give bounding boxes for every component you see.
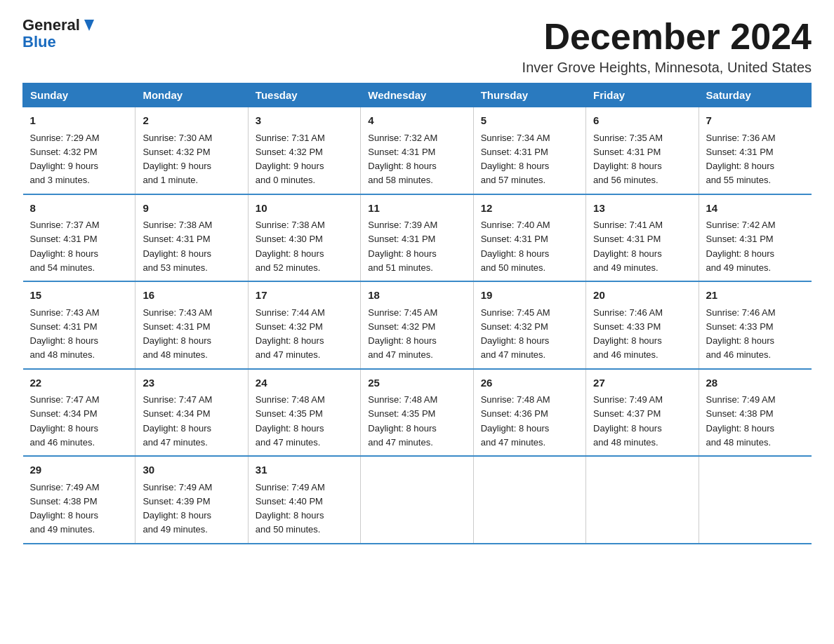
day-number: 19 bbox=[481, 288, 578, 304]
day-number: 10 bbox=[256, 201, 353, 217]
calendar-week-row: 22 Sunrise: 7:47 AMSunset: 4:34 PMDaylig… bbox=[23, 369, 812, 457]
calendar-cell: 12 Sunrise: 7:40 AMSunset: 4:31 PMDaylig… bbox=[473, 194, 585, 282]
calendar-cell: 13 Sunrise: 7:41 AMSunset: 4:31 PMDaylig… bbox=[586, 194, 699, 282]
logo-blue-text: Blue bbox=[22, 34, 56, 51]
day-number: 9 bbox=[143, 201, 240, 217]
day-info: Sunrise: 7:41 AMSunset: 4:31 PMDaylight:… bbox=[593, 220, 663, 273]
day-number: 25 bbox=[368, 375, 465, 391]
day-info: Sunrise: 7:48 AMSunset: 4:35 PMDaylight:… bbox=[256, 394, 325, 448]
day-number: 7 bbox=[706, 113, 805, 129]
calendar-cell: 9 Sunrise: 7:38 AMSunset: 4:31 PMDayligh… bbox=[135, 194, 248, 282]
day-number: 31 bbox=[256, 462, 353, 478]
day-info: Sunrise: 7:42 AMSunset: 4:31 PMDaylight:… bbox=[706, 220, 776, 273]
calendar-cell: 14 Sunrise: 7:42 AMSunset: 4:31 PMDaylig… bbox=[699, 194, 811, 282]
day-info: Sunrise: 7:36 AMSunset: 4:31 PMDaylight:… bbox=[706, 133, 776, 186]
calendar-cell: 22 Sunrise: 7:47 AMSunset: 4:34 PMDaylig… bbox=[23, 369, 135, 457]
day-info: Sunrise: 7:30 AMSunset: 4:32 PMDaylight:… bbox=[143, 133, 212, 186]
day-info: Sunrise: 7:44 AMSunset: 4:32 PMDaylight:… bbox=[256, 307, 325, 361]
day-number: 28 bbox=[706, 375, 805, 391]
day-info: Sunrise: 7:43 AMSunset: 4:31 PMDaylight:… bbox=[143, 307, 212, 361]
day-info: Sunrise: 7:43 AMSunset: 4:31 PMDaylight:… bbox=[30, 307, 100, 361]
day-number: 3 bbox=[256, 113, 353, 129]
day-number: 22 bbox=[30, 375, 128, 391]
day-number: 12 bbox=[481, 201, 578, 217]
calendar-cell: 27 Sunrise: 7:49 AMSunset: 4:37 PMDaylig… bbox=[586, 369, 699, 457]
header-sunday: Sunday bbox=[23, 83, 135, 107]
day-info: Sunrise: 7:35 AMSunset: 4:31 PMDaylight:… bbox=[593, 133, 663, 186]
day-number: 11 bbox=[368, 201, 465, 217]
calendar-cell: 31 Sunrise: 7:49 AMSunset: 4:40 PMDaylig… bbox=[248, 456, 360, 544]
day-number: 29 bbox=[30, 462, 128, 478]
day-info: Sunrise: 7:37 AMSunset: 4:31 PMDaylight:… bbox=[30, 220, 100, 273]
calendar-header: Sunday Monday Tuesday Wednesday Thursday… bbox=[23, 83, 812, 107]
day-info: Sunrise: 7:34 AMSunset: 4:31 PMDaylight:… bbox=[481, 133, 550, 186]
day-info: Sunrise: 7:39 AMSunset: 4:31 PMDaylight:… bbox=[368, 220, 437, 273]
day-info: Sunrise: 7:49 AMSunset: 4:37 PMDaylight:… bbox=[593, 394, 663, 448]
day-info: Sunrise: 7:49 AMSunset: 4:40 PMDaylight:… bbox=[256, 482, 325, 535]
day-info: Sunrise: 7:49 AMSunset: 4:39 PMDaylight:… bbox=[143, 482, 212, 535]
header-wednesday: Wednesday bbox=[361, 83, 473, 107]
day-info: Sunrise: 7:45 AMSunset: 4:32 PMDaylight:… bbox=[481, 307, 550, 361]
calendar-cell: 7 Sunrise: 7:36 AMSunset: 4:31 PMDayligh… bbox=[699, 107, 811, 194]
day-number: 21 bbox=[706, 288, 805, 304]
day-number: 1 bbox=[30, 113, 128, 129]
calendar-cell: 18 Sunrise: 7:45 AMSunset: 4:32 PMDaylig… bbox=[361, 281, 473, 369]
calendar-cell: 29 Sunrise: 7:49 AMSunset: 4:38 PMDaylig… bbox=[23, 456, 135, 544]
month-title: December 2024 bbox=[522, 17, 812, 57]
header-monday: Monday bbox=[135, 83, 248, 107]
header-saturday: Saturday bbox=[699, 83, 811, 107]
calendar-cell: 19 Sunrise: 7:45 AMSunset: 4:32 PMDaylig… bbox=[473, 281, 585, 369]
calendar-cell: 23 Sunrise: 7:47 AMSunset: 4:34 PMDaylig… bbox=[135, 369, 248, 457]
day-number: 18 bbox=[368, 288, 465, 304]
calendar-cell: 26 Sunrise: 7:48 AMSunset: 4:36 PMDaylig… bbox=[473, 369, 585, 457]
calendar-cell: 8 Sunrise: 7:37 AMSunset: 4:31 PMDayligh… bbox=[23, 194, 135, 282]
logo-arrow-icon bbox=[81, 17, 97, 32]
day-number: 16 bbox=[143, 288, 240, 304]
day-info: Sunrise: 7:47 AMSunset: 4:34 PMDaylight:… bbox=[143, 394, 212, 448]
day-number: 6 bbox=[593, 113, 691, 129]
calendar-cell: 21 Sunrise: 7:46 AMSunset: 4:33 PMDaylig… bbox=[699, 281, 811, 369]
day-number: 14 bbox=[706, 201, 805, 217]
page-header: General Blue December 2024 Inver Grove H… bbox=[22, 17, 812, 76]
calendar-cell: 17 Sunrise: 7:44 AMSunset: 4:32 PMDaylig… bbox=[248, 281, 360, 369]
calendar-body: 1 Sunrise: 7:29 AMSunset: 4:32 PMDayligh… bbox=[23, 107, 812, 544]
calendar-cell: 20 Sunrise: 7:46 AMSunset: 4:33 PMDaylig… bbox=[586, 281, 699, 369]
day-number: 20 bbox=[593, 288, 691, 304]
header-tuesday: Tuesday bbox=[248, 83, 360, 107]
logo: General Blue bbox=[22, 17, 97, 51]
day-number: 2 bbox=[143, 113, 240, 129]
weekday-header-row: Sunday Monday Tuesday Wednesday Thursday… bbox=[23, 83, 812, 107]
day-info: Sunrise: 7:45 AMSunset: 4:32 PMDaylight:… bbox=[368, 307, 437, 361]
calendar-cell: 1 Sunrise: 7:29 AMSunset: 4:32 PMDayligh… bbox=[23, 107, 135, 194]
calendar-week-row: 15 Sunrise: 7:43 AMSunset: 4:31 PMDaylig… bbox=[23, 281, 812, 369]
calendar-cell: 2 Sunrise: 7:30 AMSunset: 4:32 PMDayligh… bbox=[135, 107, 248, 194]
calendar-cell bbox=[473, 456, 585, 544]
calendar-week-row: 8 Sunrise: 7:37 AMSunset: 4:31 PMDayligh… bbox=[23, 194, 812, 282]
day-number: 26 bbox=[481, 375, 578, 391]
calendar-cell bbox=[699, 456, 811, 544]
calendar-cell bbox=[361, 456, 473, 544]
calendar-week-row: 29 Sunrise: 7:49 AMSunset: 4:38 PMDaylig… bbox=[23, 456, 812, 544]
header-friday: Friday bbox=[586, 83, 699, 107]
day-info: Sunrise: 7:40 AMSunset: 4:31 PMDaylight:… bbox=[481, 220, 550, 273]
day-info: Sunrise: 7:29 AMSunset: 4:32 PMDaylight:… bbox=[30, 133, 100, 186]
calendar-cell: 28 Sunrise: 7:49 AMSunset: 4:38 PMDaylig… bbox=[699, 369, 811, 457]
day-number: 13 bbox=[593, 201, 691, 217]
calendar-cell: 6 Sunrise: 7:35 AMSunset: 4:31 PMDayligh… bbox=[586, 107, 699, 194]
day-info: Sunrise: 7:38 AMSunset: 4:30 PMDaylight:… bbox=[256, 220, 325, 273]
calendar-cell: 4 Sunrise: 7:32 AMSunset: 4:31 PMDayligh… bbox=[361, 107, 473, 194]
header-thursday: Thursday bbox=[473, 83, 585, 107]
day-info: Sunrise: 7:47 AMSunset: 4:34 PMDaylight:… bbox=[30, 394, 100, 448]
calendar-cell: 15 Sunrise: 7:43 AMSunset: 4:31 PMDaylig… bbox=[23, 281, 135, 369]
logo-general-text: General bbox=[22, 17, 80, 34]
day-number: 15 bbox=[30, 288, 128, 304]
title-block: December 2024 Inver Grove Heights, Minne… bbox=[522, 17, 812, 76]
day-number: 24 bbox=[256, 375, 353, 391]
calendar-cell: 24 Sunrise: 7:48 AMSunset: 4:35 PMDaylig… bbox=[248, 369, 360, 457]
location-title: Inver Grove Heights, Minnesota, United S… bbox=[522, 60, 812, 76]
day-info: Sunrise: 7:46 AMSunset: 4:33 PMDaylight:… bbox=[706, 307, 776, 361]
calendar-cell: 3 Sunrise: 7:31 AMSunset: 4:32 PMDayligh… bbox=[248, 107, 360, 194]
day-number: 27 bbox=[593, 375, 691, 391]
day-number: 5 bbox=[481, 113, 578, 129]
calendar-cell: 25 Sunrise: 7:48 AMSunset: 4:35 PMDaylig… bbox=[361, 369, 473, 457]
